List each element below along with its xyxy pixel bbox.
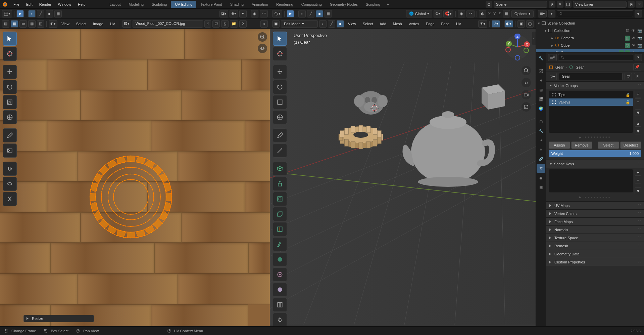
props-tab-scene[interactable]: 🎬 bbox=[537, 95, 545, 103]
vp-tool-scale[interactable] bbox=[273, 95, 287, 109]
panel-shape-keys[interactable]: Shape Keys ∷ bbox=[546, 160, 644, 168]
props-tab-world[interactable]: 🌍 bbox=[537, 104, 545, 113]
vp-menu-uv[interactable]: UV bbox=[453, 20, 464, 27]
workspace-tab-compositing[interactable]: Compositing bbox=[297, 1, 326, 8]
menu-help[interactable]: Help bbox=[75, 1, 89, 8]
tool-scale[interactable] bbox=[3, 95, 17, 109]
vp-tool-shrink[interactable] bbox=[273, 313, 287, 326]
tree-item-gear[interactable]: ▸ Gear ▣ ▽ 👁📷 bbox=[536, 49, 644, 52]
vp-tool-cursor[interactable] bbox=[273, 47, 287, 61]
new-scene-icon[interactable]: ⎘ bbox=[549, 1, 555, 8]
sk-specials-button[interactable]: ▾ bbox=[635, 187, 641, 194]
vp-menu-add[interactable]: Add bbox=[377, 20, 389, 27]
props-tab-material[interactable]: ◉ bbox=[537, 173, 545, 182]
vg-select-button[interactable]: Select bbox=[598, 141, 619, 149]
vg-assign-button[interactable]: Assign bbox=[549, 141, 570, 149]
uv-menu-view[interactable]: View bbox=[59, 20, 72, 27]
vg-specials-button[interactable]: ▾ bbox=[635, 109, 641, 116]
shading-options[interactable]: Options ▾ bbox=[511, 10, 534, 17]
uv-viewport[interactable]: Resize bbox=[0, 29, 270, 326]
pivot-button[interactable]: ⊕▾ bbox=[230, 10, 238, 17]
sk-resize-grip[interactable]: ▸ ∷∷∷∷∷∷∷∷∷ bbox=[549, 194, 641, 200]
vp-tool-rotate[interactable] bbox=[273, 80, 287, 94]
editor-type-button[interactable]: ▾ bbox=[2, 10, 12, 17]
uv-edge-select-button[interactable]: ╱ bbox=[37, 10, 44, 17]
eye-icon[interactable]: 👁 bbox=[631, 43, 636, 48]
vp-tool-edge-slide[interactable] bbox=[273, 298, 287, 312]
menu-render[interactable]: Render bbox=[36, 1, 55, 8]
props-tab-tool[interactable]: 🔧 bbox=[537, 54, 545, 62]
mat-slot2-icon[interactable]: ▽ bbox=[625, 50, 630, 52]
uv-island-select-button[interactable]: ▦ bbox=[54, 10, 62, 17]
layer-browse-icon[interactable] bbox=[565, 1, 572, 8]
vg-deselect-button[interactable]: Deselect bbox=[620, 141, 642, 149]
camera-icon[interactable]: 📷 bbox=[637, 50, 642, 52]
mat-slot-icon[interactable]: ▽ bbox=[625, 43, 630, 48]
menu-file[interactable]: File bbox=[10, 1, 23, 8]
scene-browse-icon[interactable] bbox=[486, 1, 492, 8]
tool-pinch[interactable] bbox=[3, 192, 17, 206]
tool-relax[interactable] bbox=[3, 177, 17, 191]
eye-icon[interactable]: 👁 bbox=[631, 28, 636, 33]
tool-cursor[interactable] bbox=[3, 47, 17, 61]
vp-tool-smooth[interactable] bbox=[273, 283, 287, 297]
uv-vertex-select-button[interactable]: ▪ bbox=[28, 10, 36, 17]
workspace-tab-scripting[interactable]: Scripting bbox=[362, 1, 384, 8]
uv-stretch-toggle[interactable]: ▦ bbox=[28, 20, 36, 28]
new-image-button[interactable]: ⎘ bbox=[221, 20, 229, 28]
overlay-toggle[interactable]: ◐▾ bbox=[504, 20, 513, 28]
outliner-display-mode[interactable]: ▾ bbox=[548, 10, 555, 17]
uv-collapse-button[interactable]: < bbox=[260, 20, 268, 28]
falloff-button[interactable]: ⌢▾ bbox=[260, 10, 268, 17]
vg-move-down-button[interactable]: ▾ bbox=[635, 128, 641, 134]
unlink-image-button[interactable]: ✕ bbox=[239, 20, 247, 28]
new-layer-icon[interactable]: ⎘ bbox=[628, 1, 635, 8]
vp-menu-mesh[interactable]: Mesh bbox=[390, 20, 405, 27]
check-icon[interactable]: ☑ bbox=[625, 28, 630, 33]
xray-toggle[interactable]: ▣ bbox=[517, 20, 525, 28]
delete-scene-icon[interactable]: ✕ bbox=[557, 1, 563, 8]
tree-item-cube[interactable]: ▸ Cube ▽ 👁📷 bbox=[536, 42, 644, 49]
props-tab-render[interactable]: 🖼 bbox=[537, 67, 545, 75]
workspace-tab-layout[interactable]: Layout bbox=[106, 1, 125, 8]
props-tab-viewlayer[interactable]: ▦ bbox=[537, 85, 545, 94]
vg-remove-from-button[interactable]: Remove bbox=[571, 141, 593, 149]
mat-slot-icon[interactable]: ◫ bbox=[625, 36, 630, 41]
sk-remove-button[interactable]: − bbox=[635, 177, 641, 183]
list-resize-grip[interactable]: ▸ ∷∷∷∷∷∷∷∷∷ bbox=[549, 134, 641, 140]
uv-menu-select[interactable]: Select bbox=[73, 20, 89, 27]
pivot-3d[interactable]: ⊙▾ bbox=[434, 10, 442, 17]
select-vertex[interactable]: ▪ bbox=[298, 10, 306, 17]
props-tab-texture[interactable]: ▦ bbox=[537, 183, 545, 192]
vg-move-up-button[interactable]: ▴ bbox=[635, 120, 641, 127]
tool-transform[interactable] bbox=[3, 110, 17, 124]
vp-menu-select[interactable]: Select bbox=[360, 20, 376, 27]
perspective-toggle-icon[interactable] bbox=[522, 102, 531, 112]
scene-name-field[interactable]: Scene bbox=[494, 1, 547, 8]
vp-tool-add-cube[interactable] bbox=[273, 162, 287, 176]
vg-weight-slider[interactable]: Weight 1.000 bbox=[549, 150, 641, 157]
editor-type-3d[interactable]: ▾ bbox=[272, 10, 282, 17]
uv-face-select-button[interactable]: ■ bbox=[46, 10, 53, 17]
vp-tool-inset[interactable] bbox=[273, 192, 287, 206]
select-edge[interactable]: ╱ bbox=[307, 10, 314, 17]
vp-tool-poly-build[interactable] bbox=[273, 252, 287, 266]
props-tab-modifiers[interactable]: 🔧 bbox=[537, 126, 545, 135]
tree-scene-collection[interactable]: ▾ Scene Collection bbox=[536, 19, 644, 27]
outliner-editor-type[interactable]: ☰▾ bbox=[538, 10, 547, 17]
proportional-edit-button[interactable]: ◉ bbox=[251, 10, 258, 17]
props-tab-object[interactable]: ▢ bbox=[537, 117, 545, 126]
proportional-3d[interactable]: ◉ bbox=[458, 10, 465, 17]
vp-menu-vertex[interactable]: Vertex bbox=[406, 20, 422, 27]
tool-settings-toggle[interactable]: ▭ bbox=[19, 20, 27, 28]
select-island[interactable]: ▦ bbox=[325, 10, 332, 17]
uv-menu-image[interactable]: Image bbox=[90, 20, 106, 27]
face-mode-button[interactable]: ■ bbox=[337, 20, 344, 28]
props-tab-constraints[interactable]: 🔗 bbox=[537, 155, 545, 163]
vertex-mode-button[interactable]: ▪ bbox=[319, 20, 327, 28]
panel-normals[interactable]: Normals∷ bbox=[546, 225, 644, 234]
props-search[interactable] bbox=[558, 54, 633, 61]
snap-3d[interactable]: 🧲▾ bbox=[443, 10, 453, 17]
pin-icon[interactable]: 📌 bbox=[633, 64, 641, 71]
vp-tool-annotate[interactable] bbox=[273, 128, 287, 142]
